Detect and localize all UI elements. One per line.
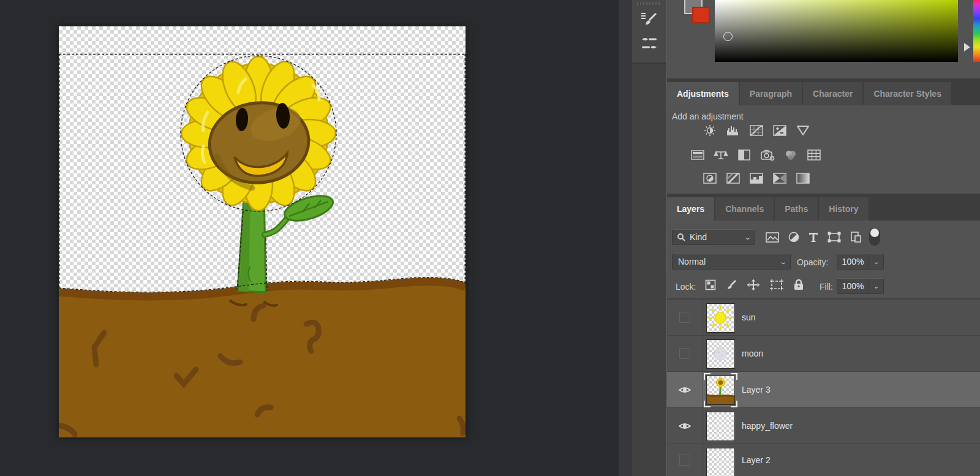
lock-artboard-icon[interactable] [769,279,784,291]
adjustment-icons-row3 [703,172,810,184]
blend-mode-value: Normal [678,257,706,266]
hidden-layer-checkbox [679,312,690,323]
tab-adjustments[interactable]: Adjustments [667,82,740,105]
filter-toggle[interactable] [869,228,880,246]
brush-settings-icon[interactable] [640,10,658,28]
chevron-down-icon: ⌄ [744,233,752,241]
adjustment-icons-row1 [703,124,810,137]
application-window: Adjustments Paragraph Character Characte… [0,0,980,476]
layer-thumbnail[interactable] [706,376,735,405]
layer-row-moon[interactable]: moon [667,336,980,372]
layer-row-happy-flower[interactable]: happy_flower [667,408,980,444]
eye-icon [678,421,692,431]
layer-name[interactable]: moon [742,336,763,371]
fill-label: Fill: [820,282,833,292]
color-lookup-icon[interactable] [807,149,821,161]
tab-channels[interactable]: Channels [715,197,775,221]
right-panel: Adjustments Paragraph Character Characte… [666,0,980,476]
color-balance-icon[interactable] [714,149,728,161]
panel-gutter [619,0,632,476]
smart-object-filter-icon[interactable] [850,231,863,243]
layer-thumbnail[interactable] [706,303,735,333]
threshold-icon[interactable] [749,172,764,184]
layer-name[interactable]: Layer 2 [742,444,771,476]
adjustment-layer-filter-icon[interactable] [788,231,800,243]
layer-name[interactable]: sun [742,300,756,335]
layer-name[interactable]: happy_flower [742,408,793,444]
hue-slider[interactable] [973,0,980,62]
layer-thumbnail[interactable] [706,412,735,441]
invert-icon[interactable] [703,172,717,184]
sun-drawing [707,304,734,332]
kind-label: Kind [690,232,707,242]
adjustments-tabbar: Adjustments Paragraph Character Characte… [667,82,980,105]
gradient-map-icon[interactable] [772,172,787,184]
thumbnail-selection-bracket [704,401,710,407]
lock-icons [705,277,804,293]
fill-dropdown-button[interactable]: ⌄ [869,278,884,294]
shape-layer-filter-icon[interactable] [827,231,842,243]
brightness-contrast-icon[interactable] [703,124,717,137]
layer-name[interactable]: Layer 3 [742,372,771,407]
black-white-icon[interactable] [737,149,752,161]
vibrance-icon[interactable] [796,124,810,137]
levels-icon[interactable] [726,124,741,137]
layer-filter-kind-dropdown[interactable]: Kind ⌄ [672,229,755,245]
adjustment-icons-row2 [690,149,821,161]
selective-color-icon[interactable] [796,172,810,184]
layers-tabbar: Layers Channels Paths History [667,197,980,221]
layer-row-layer-3[interactable]: Layer 3 [667,372,980,408]
thumbnail-selection-bracket [704,373,710,380]
visibility-toggle[interactable] [667,444,703,476]
photo-filter-icon[interactable] [760,149,775,161]
hue-saturation-icon[interactable] [690,149,705,161]
tab-history[interactable]: History [819,197,869,221]
tab-character[interactable]: Character [803,82,864,105]
layer-filter-icons [765,229,863,245]
search-icon [677,233,686,242]
panel-grip[interactable] [637,2,662,5]
channel-mixer-icon[interactable] [783,149,798,161]
layer-thumbnail[interactable] [706,448,735,476]
opacity-dropdown-button[interactable]: ⌄ [869,254,884,270]
tab-character-styles[interactable]: Character Styles [864,82,952,105]
lock-image-pixels-icon[interactable] [725,279,737,291]
blend-mode-dropdown[interactable]: Normal ⌄ [672,254,791,270]
tab-paragraph[interactable]: Paragraph [740,82,803,105]
layer-row-sun[interactable]: sun [667,300,980,336]
type-layer-filter-icon[interactable] [808,231,819,243]
sunflower-artwork [59,26,466,437]
curves-icon[interactable] [749,124,764,137]
posterize-icon[interactable] [726,172,741,184]
add-adjustment-heading: Add an adjustment [672,111,744,121]
visibility-toggle[interactable] [667,372,703,407]
fill-value[interactable]: 100% [837,278,869,294]
eye-icon [678,385,692,395]
saturation-value-field[interactable] [715,0,958,62]
lock-position-icon[interactable] [747,279,760,291]
layer-row-layer-2[interactable]: Layer 2 [667,444,980,476]
moon-drawing [707,340,734,368]
lock-transparent-pixels-icon[interactable] [705,279,716,290]
tab-layers[interactable]: Layers [667,197,715,221]
brushes-icon[interactable] [640,34,658,53]
thumbnail-selection-bracket [731,401,737,407]
document-canvas[interactable] [59,26,466,437]
canvas-workspace [0,0,619,476]
panel-icon-column [632,0,666,476]
exposure-icon[interactable] [772,124,787,137]
layer-thumbnail[interactable] [706,339,735,369]
visibility-toggle[interactable] [667,300,703,335]
visibility-toggle[interactable] [667,408,703,444]
background-color-swatch[interactable] [692,7,710,23]
tab-paths[interactable]: Paths [775,197,819,221]
chevron-down-icon: ⌄ [779,258,787,266]
hidden-layer-checkbox [679,348,690,359]
color-field-cursor[interactable] [723,32,733,41]
lock-all-icon[interactable] [793,279,804,291]
pixel-layer-filter-icon[interactable] [765,231,780,243]
opacity-value[interactable]: 100% [837,254,869,270]
visibility-toggle[interactable] [667,336,703,371]
panel-icon-well [632,0,666,64]
hue-slider-arrow[interactable] [964,43,970,51]
